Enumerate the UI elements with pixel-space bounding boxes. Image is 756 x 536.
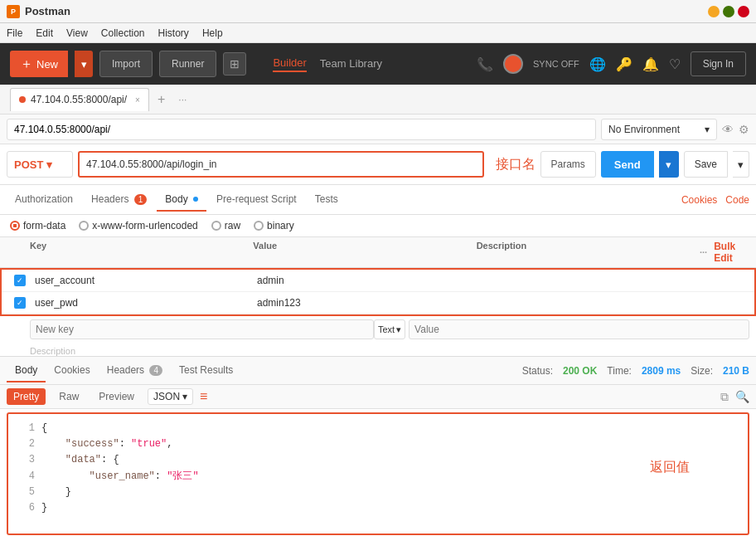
bell-icon[interactable]: 🔔 (642, 56, 659, 72)
resp-tab-cookies[interactable]: Cookies (46, 359, 98, 383)
kv-table-header: Key Value Description ··· Bulk Edit (0, 237, 756, 268)
environment-dropdown[interactable]: No Environment ▾ (601, 119, 717, 140)
runner-button[interactable]: Runner (159, 51, 216, 77)
col-check (7, 241, 30, 264)
url-annotation: 接口名 (496, 156, 536, 173)
text-type-selector[interactable]: Text ▾ (374, 319, 405, 339)
resp-tab-testresults[interactable]: Test Results (171, 359, 241, 383)
address-input[interactable] (7, 119, 596, 140)
checkbox-checked: ✓ (14, 275, 26, 286)
more-dots[interactable]: ··· (700, 247, 707, 257)
globe-icon[interactable]: 🌐 (589, 56, 606, 72)
tab-more-button[interactable]: ··· (173, 94, 191, 105)
resp-status-bar: Status: 200 OK Time: 2809 ms Size: 210 B (522, 365, 749, 377)
desc-placeholder-row: Description (0, 343, 756, 356)
new-key-input[interactable] (30, 319, 374, 339)
resp-actions: ⧉ 🔍 (720, 390, 749, 404)
menu-help[interactable]: Help (202, 27, 223, 39)
close-button[interactable] (738, 6, 749, 17)
tab-tests[interactable]: Tests (307, 188, 346, 212)
key-icon[interactable]: 🔑 (616, 56, 632, 72)
heart-icon[interactable]: ♡ (669, 56, 681, 72)
time-value: 2809 ms (642, 365, 681, 377)
send-dropdown-button[interactable]: ▾ (659, 151, 679, 178)
menu-file[interactable]: File (7, 27, 22, 39)
method-selector[interactable]: POST ▾ (7, 151, 73, 178)
radio-formdata (10, 221, 20, 231)
option-raw[interactable]: raw (211, 220, 240, 231)
col-key: Key (30, 241, 253, 264)
phone-icon[interactable]: 📞 (477, 56, 493, 72)
postman-logo: P (7, 5, 20, 18)
col-actions: ··· Bulk Edit (700, 241, 749, 264)
checkbox-row1[interactable]: ✓ (8, 275, 32, 286)
menu-history[interactable]: History (158, 27, 189, 39)
new-value-input[interactable] (409, 319, 749, 339)
label-binary: binary (267, 220, 294, 231)
tab-close-button[interactable]: × (135, 95, 140, 105)
params-button[interactable]: Params (540, 151, 596, 178)
minimize-button[interactable] (708, 6, 720, 17)
option-urlencoded[interactable]: x-www-form-urlencoded (79, 220, 197, 231)
bulk-edit-button[interactable]: Bulk Edit (714, 241, 749, 264)
import-button[interactable]: Import (99, 51, 153, 77)
signin-button[interactable]: Sign In (691, 51, 746, 76)
key-row2[interactable]: user_pwd (32, 295, 254, 310)
desc-placeholder: Description (30, 346, 75, 356)
nav-team-library[interactable]: Team Library (320, 57, 382, 71)
json-content-6: } (41, 500, 47, 516)
response-section: Body Cookies Headers 4 Test Results Stat… (0, 356, 756, 536)
save-dropdown-button[interactable]: ▾ (733, 151, 749, 178)
copy-icon[interactable]: ⧉ (720, 390, 729, 404)
menu-edit[interactable]: Edit (36, 27, 53, 39)
response-view-options: Pretty Raw Preview JSON ▾ ≡ ⧉ 🔍 (0, 385, 756, 409)
tab-body[interactable]: Body (157, 188, 206, 212)
status-value: 200 OK (563, 365, 597, 377)
new-button[interactable]: ＋ New (10, 51, 68, 77)
wrap-icon[interactable]: ≡ (200, 389, 207, 404)
method-label: POST (14, 158, 43, 171)
tab-headers[interactable]: Headers 1 (83, 188, 155, 212)
toolbar: ＋ New ▾ Import Runner ⊞ Builder Team Lib… (0, 43, 756, 85)
view-preview[interactable]: Preview (92, 388, 141, 405)
time-label: Time: (607, 365, 632, 377)
resp-tab-body[interactable]: Body (7, 359, 46, 383)
search-icon[interactable]: 🔍 (735, 390, 749, 404)
menu-view[interactable]: View (66, 27, 88, 39)
eye-icon[interactable]: 👁 (722, 123, 734, 136)
key-row1[interactable]: user_account (32, 273, 254, 288)
url-input[interactable] (78, 151, 484, 178)
tab-prerequest[interactable]: Pre-request Script (208, 188, 305, 212)
headers-badge: 1 (134, 194, 148, 205)
value-row2[interactable]: admin123 (254, 295, 476, 310)
view-raw[interactable]: Raw (52, 388, 85, 405)
env-label: No Environment (608, 124, 680, 135)
option-binary[interactable]: binary (254, 220, 294, 231)
maximize-button[interactable] (723, 6, 734, 17)
tab-item[interactable]: 47.104.0.55:8000/api/ × (10, 88, 149, 111)
view-pretty[interactable]: Pretty (7, 388, 46, 405)
send-button[interactable]: Send (601, 151, 654, 178)
cookies-link[interactable]: Cookies (681, 194, 717, 206)
resp-tab-headers[interactable]: Headers 4 (99, 359, 171, 383)
tab-dot (19, 96, 26, 103)
value-row1[interactable]: admin (254, 273, 476, 288)
code-link[interactable]: Code (725, 194, 749, 206)
format-selector[interactable]: JSON ▾ (148, 388, 193, 405)
title-bar-left: P Postman (7, 5, 70, 18)
tab-add-button[interactable]: + (153, 92, 170, 107)
sync-button[interactable]: ⊞ (223, 52, 246, 76)
nav-builder[interactable]: Builder (273, 56, 306, 72)
json-line-5: 5 } (18, 485, 738, 500)
save-button[interactable]: Save (684, 151, 728, 178)
title-bar: P Postman (0, 0, 756, 23)
tab-authorization[interactable]: Authorization (7, 188, 81, 212)
chevron-down-icon: ▾ (182, 391, 187, 402)
checkbox-row2[interactable]: ✓ (8, 297, 32, 309)
menu-collection[interactable]: Collection (101, 27, 145, 39)
new-dropdown-button[interactable]: ▾ (75, 51, 93, 77)
settings-icon[interactable]: ⚙ (739, 123, 749, 136)
option-formdata[interactable]: form-data (10, 220, 65, 231)
plus-icon: ＋ (20, 56, 33, 73)
radio-urlencoded (79, 221, 89, 231)
